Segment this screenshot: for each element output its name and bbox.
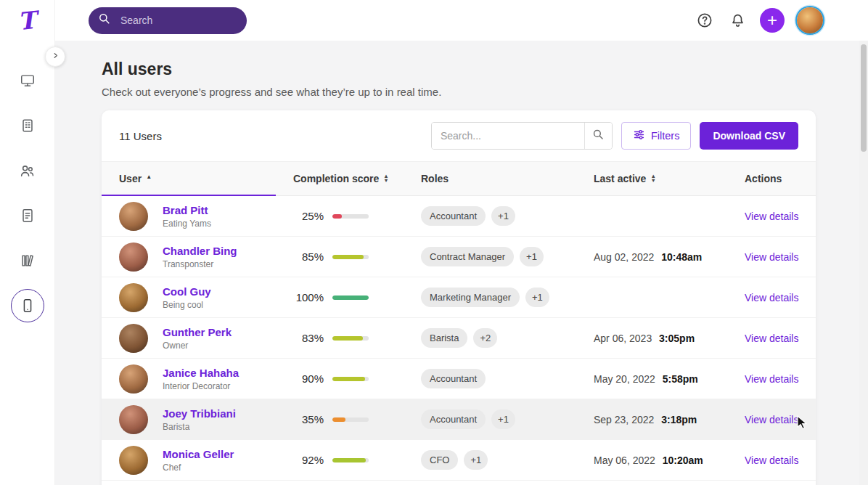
roles-cell: Barista+2 xyxy=(421,328,594,348)
actions-cell: View details xyxy=(745,414,807,425)
view-details-link[interactable]: View details xyxy=(745,292,798,303)
score-bar-fill xyxy=(332,377,365,381)
scrollbar-thumb[interactable] xyxy=(861,44,867,152)
active-sort-underline xyxy=(102,195,276,196)
user-subtitle: Chef xyxy=(163,462,234,473)
table-row: Gunther Perk Owner 83% Barista+2 Apr 06,… xyxy=(102,318,816,359)
user-subtitle: Being cool xyxy=(163,300,211,310)
user-avatar[interactable] xyxy=(119,202,148,231)
table-row: Janice Hahaha Interior Decorator 90% Acc… xyxy=(102,359,816,399)
table-row: Joey Tribbiani Barista 35% Accountant+1 … xyxy=(102,399,816,440)
user-name-link[interactable]: Gunther Perk xyxy=(163,326,232,338)
global-search[interactable]: Search xyxy=(89,7,247,34)
score-bar xyxy=(332,296,369,300)
actions-cell: View details xyxy=(745,373,807,385)
user-name-link[interactable]: Brad Pitt xyxy=(163,204,211,216)
sidebar-item-company[interactable] xyxy=(11,109,44,142)
table-row: Cool Guy Being cool 100% Marketing Manag… xyxy=(102,277,816,318)
view-details-link[interactable]: View details xyxy=(745,251,798,263)
user-cell: Brad Pitt Eating Yams xyxy=(119,202,293,231)
user-avatar[interactable] xyxy=(119,283,148,312)
score-label: 92% xyxy=(293,454,324,466)
user-avatar[interactable] xyxy=(119,324,148,353)
add-button[interactable]: + xyxy=(760,8,785,33)
column-header-last-active[interactable]: Last active ▲▼ xyxy=(594,173,745,184)
user-name-link[interactable]: Chandler Bing xyxy=(163,245,237,257)
table-header: User ▲ Completion score ▲▼ Roles Last ac… xyxy=(102,161,816,196)
column-header-completion-score[interactable]: Completion score ▲▼ xyxy=(293,173,421,184)
table-search-button[interactable] xyxy=(584,123,612,149)
sort-icon: ▲▼ xyxy=(650,174,655,184)
role-pill: Accountant xyxy=(421,409,486,429)
role-pill: Accountant xyxy=(421,369,486,388)
user-cell: Janice Hahaha Interior Decorator xyxy=(119,364,293,394)
table-search-input[interactable] xyxy=(432,123,584,149)
role-pill: CFO xyxy=(421,450,458,470)
score-bar xyxy=(332,417,369,422)
filters-label: Filters xyxy=(651,130,679,142)
actions-cell: View details xyxy=(745,251,807,263)
completion-score-cell: 92% xyxy=(293,454,421,466)
completion-score-cell: 90% xyxy=(293,372,421,385)
search-icon xyxy=(97,12,112,29)
user-avatar[interactable] xyxy=(119,446,148,475)
user-profile-avatar[interactable] xyxy=(797,7,823,33)
view-details-link[interactable]: View details xyxy=(745,211,798,222)
sidebar-item-mobile[interactable] xyxy=(11,289,44,322)
view-details-link[interactable]: View details xyxy=(745,414,798,425)
user-subtitle: Barista xyxy=(163,422,236,432)
view-details-link[interactable]: View details xyxy=(745,373,798,385)
column-label: Actions xyxy=(745,173,782,184)
sidebar-item-people[interactable] xyxy=(11,154,44,187)
filters-button[interactable]: Filters xyxy=(621,122,691,150)
more-roles-pill[interactable]: +1 xyxy=(525,288,549,307)
sidebar-expand-button[interactable] xyxy=(45,46,65,67)
sidebar-item-documents[interactable] xyxy=(11,199,44,232)
score-label: 100% xyxy=(293,291,324,303)
score-label: 85% xyxy=(293,250,324,263)
more-roles-pill[interactable]: +1 xyxy=(491,206,515,226)
view-details-link[interactable]: View details xyxy=(745,333,798,344)
roles-cell: Marketing Manager+1 xyxy=(421,288,594,307)
user-name-link[interactable]: Joey Tribbiani xyxy=(163,407,236,420)
roles-cell: Contract Manager+1 xyxy=(421,247,594,266)
last-active-time: 10:20am xyxy=(663,455,703,466)
sidebar-item-library[interactable] xyxy=(11,244,44,277)
actions-cell: View details xyxy=(745,455,807,466)
completion-score-cell: 100% xyxy=(293,291,421,303)
user-avatar[interactable] xyxy=(119,405,148,434)
actions-cell: View details xyxy=(745,292,807,303)
more-roles-pill[interactable]: +2 xyxy=(473,328,497,348)
view-details-link[interactable]: View details xyxy=(745,455,798,466)
column-header-user[interactable]: User ▲ xyxy=(119,173,293,184)
role-pill: Marketing Manager xyxy=(421,288,520,307)
last-active-date: Apr 06, 2023 xyxy=(594,333,652,344)
user-name-link[interactable]: Cool Guy xyxy=(163,285,211,298)
user-table-body: Brad Pitt Eating Yams 25% Accountant+1 V… xyxy=(102,196,816,481)
notifications-bell-icon[interactable] xyxy=(727,10,748,30)
user-cell: Monica Geller Chef xyxy=(119,446,293,475)
user-name-link[interactable]: Monica Geller xyxy=(163,448,234,460)
user-meta: Cool Guy Being cool xyxy=(163,285,211,310)
user-avatar[interactable] xyxy=(119,242,148,272)
help-button[interactable] xyxy=(695,10,715,30)
table-row: Monica Geller Chef 92% CFO+1 May 06, 202… xyxy=(102,440,816,481)
column-label: Completion score xyxy=(293,173,379,184)
main-content: All users Check out everyone’s progress … xyxy=(55,41,868,485)
more-roles-pill[interactable]: +1 xyxy=(491,409,515,429)
column-header-actions: Actions xyxy=(745,173,807,184)
sidebar-item-dashboard[interactable] xyxy=(11,64,44,97)
role-pill: Accountant xyxy=(421,206,486,226)
more-roles-pill[interactable]: +1 xyxy=(464,450,488,470)
user-name-link[interactable]: Janice Hahaha xyxy=(163,367,239,379)
score-label: 35% xyxy=(293,413,324,425)
more-roles-pill[interactable]: +1 xyxy=(520,247,544,266)
user-avatar[interactable] xyxy=(119,364,148,394)
completion-score-cell: 83% xyxy=(293,332,421,344)
brand-logo-cell[interactable]: T xyxy=(0,0,55,41)
download-csv-button[interactable]: Download CSV xyxy=(700,122,798,150)
column-header-roles: Roles xyxy=(421,173,594,184)
roles-cell: CFO+1 xyxy=(421,450,594,470)
last-active-date: May 20, 2022 xyxy=(594,373,655,385)
filter-sliders-icon xyxy=(633,129,645,143)
